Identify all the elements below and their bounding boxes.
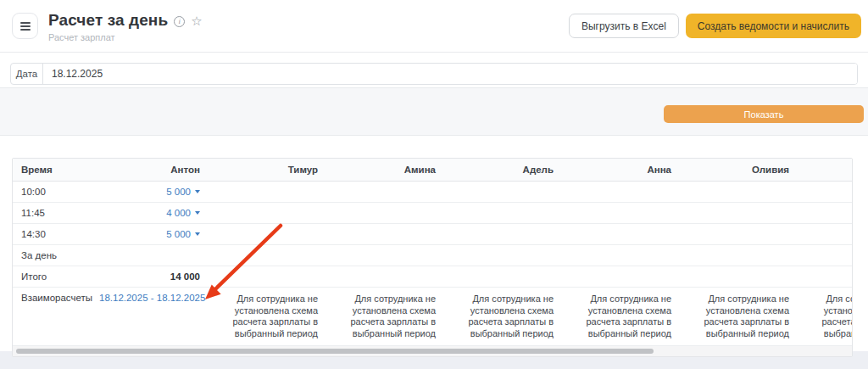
amount-value: 5 000: [166, 229, 191, 239]
empty-cell: [680, 245, 798, 266]
no-scheme-message: Для сотрудника не установлена схема расч…: [326, 288, 444, 346]
amount-link[interactable]: 5 000: [166, 229, 200, 239]
empty-cell: [562, 266, 680, 288]
settlements-label-cell: Взаиморасчеты: [13, 288, 91, 346]
empty-cell: [209, 224, 326, 245]
empty-cell: [444, 245, 562, 266]
table-row-total: Итого 14 000: [13, 266, 853, 288]
empty-cell: [680, 266, 798, 288]
table-row-1430: 14:30 5 000: [13, 224, 853, 245]
column-header-olivia: Оливия: [680, 159, 798, 182]
table-section: Время Антон Тимур Амина Адель Анна Оливи…: [0, 136, 868, 351]
empty-cell: [562, 245, 680, 266]
create-statements-button[interactable]: Создать ведомости и начислить: [686, 14, 861, 38]
amount-link[interactable]: 4 000: [166, 208, 200, 218]
empty-cell: [444, 266, 562, 288]
table-row-day: За день: [13, 245, 853, 266]
date-filter-label: Дата: [11, 64, 43, 84]
settlement-period-link[interactable]: 18.12.2025 - 18.12.2025: [99, 293, 205, 303]
empty-cell: [326, 203, 444, 224]
hamburger-icon: [20, 25, 31, 27]
amount-cell: 5 000: [91, 224, 209, 245]
empty-cell: [326, 224, 444, 245]
show-button[interactable]: Показать: [664, 105, 864, 123]
no-scheme-message: Для сотрудника не установлена схема расч…: [444, 288, 562, 346]
empty-cell: [444, 224, 562, 245]
title-block: Расчет за день i ☆ Расчет зарплат: [48, 11, 569, 42]
empty-cell: [209, 245, 326, 266]
top-bar: Расчет за день i ☆ Расчет зарплат Выгруз…: [0, 0, 868, 53]
column-header-timur: Тимур: [209, 159, 326, 182]
time-cell: 10:00: [13, 182, 91, 203]
export-excel-button[interactable]: Выгрузить в Excel: [569, 14, 679, 38]
caret-down-icon: [195, 232, 200, 236]
day-label-cell: За день: [13, 245, 91, 266]
empty-cell: [326, 245, 444, 266]
empty-cell: [680, 224, 798, 245]
empty-cell: [444, 182, 562, 203]
column-header-adel: Адель: [444, 159, 562, 182]
empty-cell: [798, 224, 853, 245]
info-icon[interactable]: i: [174, 16, 185, 27]
amount-link[interactable]: 5 000: [166, 187, 200, 197]
empty-cell: [91, 245, 209, 266]
table-row-1000: 10:00 5 000: [13, 182, 853, 203]
time-cell: 14:30: [13, 224, 91, 245]
empty-cell: [562, 224, 680, 245]
empty-cell: [444, 203, 562, 224]
settlement-period-cell: 18.12.2025 - 18.12.2025: [91, 288, 209, 346]
date-filter: Дата: [10, 63, 858, 85]
caret-down-icon: [195, 190, 200, 193]
table-header-row: Время Антон Тимур Амина Адель Анна Оливи…: [13, 159, 853, 182]
empty-cell: [209, 266, 326, 288]
actions-band: Показать: [0, 88, 868, 136]
empty-cell: [680, 182, 798, 203]
payroll-table: Время Антон Тимур Амина Адель Анна Оливи…: [13, 159, 853, 346]
page-subtitle: Расчет зарплат: [48, 32, 569, 42]
no-scheme-message: Для сотрудника не установлена схема расч…: [209, 288, 326, 346]
empty-cell: [209, 182, 326, 203]
amount-value: 5 000: [166, 187, 191, 197]
date-input[interactable]: [43, 64, 857, 84]
favorite-star-icon[interactable]: ☆: [191, 14, 202, 27]
empty-cell: [798, 245, 853, 266]
horizontal-scrollbar[interactable]: [13, 346, 852, 356]
time-cell: 11:45: [13, 203, 91, 224]
empty-cell: [680, 203, 798, 224]
filter-section: Дата: [0, 53, 868, 88]
amount-cell: 4 000: [91, 203, 209, 224]
menu-button[interactable]: [12, 13, 38, 39]
amount-cell: 5 000: [91, 182, 209, 203]
column-header-anna: Анна: [562, 159, 680, 182]
table-row-1145: 11:45 4 000: [13, 203, 853, 224]
empty-cell: [798, 266, 853, 288]
payroll-table-container: Время Антон Тимур Амина Адель Анна Оливи…: [12, 158, 853, 357]
empty-cell: [798, 182, 853, 203]
column-header-clipped: [798, 159, 853, 182]
empty-cell: [562, 203, 680, 224]
empty-cell: [326, 182, 444, 203]
column-header-anton: Антон: [91, 159, 209, 182]
column-header-amina: Амина: [326, 159, 444, 182]
amount-value: 4 000: [166, 208, 191, 218]
column-header-time: Время: [13, 159, 91, 182]
empty-cell: [562, 182, 680, 203]
no-scheme-message: Для сотрудника не установлена схема расч…: [798, 288, 853, 346]
total-label-cell: Итого: [13, 266, 91, 288]
scrollbar-thumb[interactable]: [16, 349, 654, 354]
page-title: Расчет за день: [48, 11, 168, 30]
empty-cell: [798, 203, 853, 224]
total-value-cell: 14 000: [91, 266, 209, 288]
empty-cell: [326, 266, 444, 288]
top-actions: Выгрузить в Excel Создать ведомости и на…: [569, 14, 861, 38]
no-scheme-message: Для сотрудника не установлена схема расч…: [562, 288, 680, 346]
no-scheme-message: Для сотрудника не установлена схема расч…: [680, 288, 798, 346]
caret-down-icon: [195, 211, 200, 215]
table-row-settlements: Взаиморасчеты 18.12.2025 - 18.12.2025 Дл…: [13, 288, 853, 346]
payroll-day-page: Расчет за день i ☆ Расчет зарплат Выгруз…: [0, 0, 868, 369]
empty-cell: [209, 203, 326, 224]
